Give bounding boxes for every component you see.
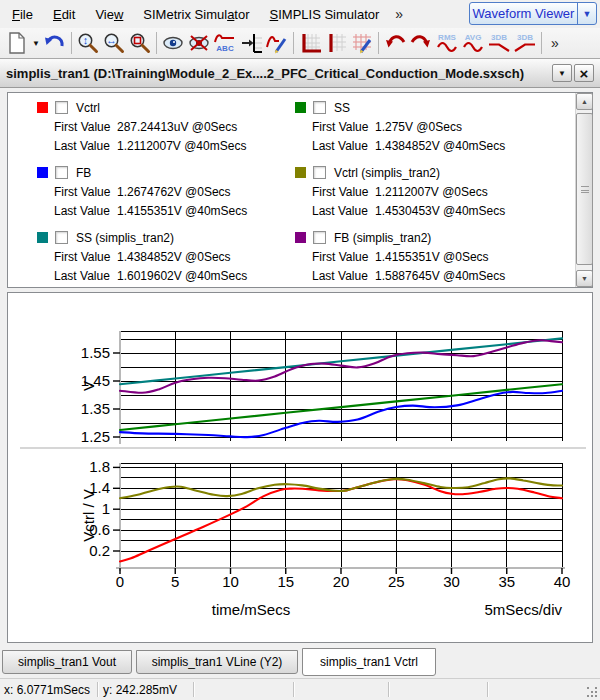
3db-highpass-button[interactable]: 3DB	[512, 30, 538, 56]
grid	[120, 463, 562, 568]
svg-text:3DB: 3DB	[517, 33, 533, 42]
smooth-curve-left-button[interactable]	[382, 30, 408, 56]
toolbar-separator	[378, 32, 379, 54]
resize-grip[interactable]	[587, 687, 598, 698]
curve-name: Vctrl	[76, 101, 100, 115]
curve-checkbox[interactable]	[313, 231, 326, 244]
avg-button[interactable]: AVG	[460, 30, 486, 56]
x-axis-title: time/mSecs	[212, 601, 290, 618]
curve-arrow-left-icon	[383, 31, 407, 55]
mode-selector-label: Waveform Viewer	[470, 6, 577, 21]
last-value: 1.5887645V @40mSecs	[375, 269, 505, 283]
curve-checkbox[interactable]	[55, 101, 68, 114]
smooth-curve-right-button[interactable]	[408, 30, 434, 56]
svg-text:↕: ↕	[83, 34, 89, 46]
menu-item-simetrix-simulator[interactable]: SIMetrix Simulator	[133, 2, 259, 27]
avg-icon: AVG	[460, 31, 486, 55]
menu-item-file[interactable]: File	[2, 2, 43, 27]
svg-text:RMS: RMS	[438, 33, 456, 42]
y-axis-title: Vctrl / V	[80, 489, 97, 542]
scroll-up-button[interactable]: ▲	[576, 93, 593, 110]
curve-color-swatch	[37, 102, 48, 113]
show-curve-button[interactable]	[160, 30, 186, 56]
menu-overflow-chevron[interactable]: »	[389, 4, 409, 24]
mode-selector-combobox[interactable]: Waveform Viewer ▼	[469, 2, 597, 25]
graph-tab-1[interactable]: simplis_tran1 Vout	[2, 650, 132, 674]
curve-checkbox[interactable]	[55, 166, 68, 179]
eye-off-icon	[187, 31, 211, 55]
last-value-label: Last Value	[54, 204, 117, 218]
menu-item-simplis-simulator[interactable]: SIMPLIS Simulator	[260, 2, 390, 27]
menu-item-view[interactable]: View	[85, 2, 133, 27]
scrollbar-thumb[interactable]	[576, 113, 593, 265]
legend-entry: SSFirst Value1.275V @0SecsLast Value1.43…	[295, 100, 545, 153]
x-tick-label: 20	[333, 573, 350, 590]
scrollbar-grip	[581, 186, 589, 193]
graph-tab-3[interactable]: simplis_tran1 Vctrl	[302, 648, 436, 676]
x-tick-label: 35	[498, 573, 515, 590]
svg-text:AVG: AVG	[465, 33, 482, 42]
chevron-down-icon[interactable]: ▼	[577, 3, 596, 24]
zoom-y-button[interactable]: ↕	[75, 30, 101, 56]
close-window-button[interactable]: ×	[574, 64, 594, 82]
zoom-y-icon: ↕	[76, 31, 100, 55]
y-tick-label: 1	[102, 500, 110, 517]
legend-entry: FBFirst Value1.2674762V @0SecsLast Value…	[37, 165, 287, 218]
x-div-label: 5mSecs/div	[484, 601, 562, 618]
edit-curve-button[interactable]	[264, 30, 290, 56]
statusbar-separator	[293, 682, 294, 697]
waveform-plot[interactable]: 1.251.351.451.55V0.20.611.41.8Vctrl / V0…	[8, 293, 592, 642]
first-value-label: First Value	[312, 120, 375, 134]
rms-button[interactable]: RMS	[434, 30, 460, 56]
first-value-label: First Value	[54, 185, 117, 199]
add-axis-button[interactable]	[297, 30, 323, 56]
toolbar-separator	[293, 32, 294, 54]
first-value: 1.4384852V @0Secs	[117, 250, 231, 264]
y-tick-label: 1.25	[81, 428, 110, 445]
graph-window-titlebar[interactable]: simplis_tran1 (D:\Training\Module_2_Ex..…	[0, 58, 600, 88]
last-value: 1.4384852V @40mSecs	[375, 139, 505, 153]
curve-legend-panel: VctrlFirst Value287.24413uV @0SecsLast V…	[7, 92, 593, 288]
graph-tab-2[interactable]: simplis_tran1 VLine (Y2)	[136, 650, 298, 674]
legend-entry: Vctrl (simplis_tran2)First Value1.211200…	[295, 165, 545, 218]
first-value: 1.275V @0Secs	[375, 120, 462, 134]
zoom-box-button[interactable]	[127, 30, 153, 56]
annotate-curve-button[interactable]: ABC	[212, 30, 238, 56]
toolbar: ▼ ↕ ↔	[0, 28, 600, 58]
menu-item-edit[interactable]: Edit	[43, 2, 85, 27]
statusbar-separator	[388, 682, 389, 697]
zoom-x-icon: ↔	[102, 31, 126, 55]
curve-color-swatch	[295, 102, 306, 113]
edit-grid-button[interactable]	[349, 30, 375, 56]
legend-scrollbar[interactable]: ▲ ▼	[575, 93, 592, 287]
new-document-dropdown[interactable]: ▼	[30, 30, 42, 56]
first-value-label: First Value	[54, 250, 117, 264]
last-value-label: Last Value	[54, 269, 117, 283]
toolbar-overflow-chevron[interactable]: »	[551, 35, 559, 51]
menu-bar: FileEditViewSIMetrix SimulatorSIMPLIS Si…	[0, 0, 600, 28]
curve-arrow-right-icon	[409, 31, 433, 55]
zoom-x-button[interactable]: ↔	[101, 30, 127, 56]
hide-curve-button[interactable]	[186, 30, 212, 56]
move-to-axis-button[interactable]	[238, 30, 264, 56]
x-tick-label: 0	[116, 573, 124, 590]
add-y-axis-button[interactable]	[323, 30, 349, 56]
last-value-label: Last Value	[312, 139, 375, 153]
curve-name: SS	[334, 101, 350, 115]
svg-text:↔: ↔	[106, 34, 117, 46]
undo-button[interactable]	[42, 30, 68, 56]
statusbar-separator	[487, 682, 488, 697]
first-value: 1.4155351V @0Secs	[375, 250, 489, 264]
x-tick-label: 25	[388, 573, 405, 590]
y-tick-label: 1.8	[89, 458, 110, 475]
y-tick-label: 1.35	[81, 400, 110, 417]
curve-checkbox[interactable]	[313, 166, 326, 179]
collapse-window-button[interactable]: ▼	[552, 64, 572, 82]
3db-lowpass-button[interactable]: 3DB	[486, 30, 512, 56]
y-tick-label: 0.2	[89, 542, 110, 559]
legend-entry: SS (simplis_tran2)First Value1.4384852V …	[37, 230, 287, 283]
scroll-down-button[interactable]: ▼	[576, 270, 593, 287]
new-document-button[interactable]	[4, 30, 30, 56]
curve-checkbox[interactable]	[55, 231, 68, 244]
curve-checkbox[interactable]	[313, 101, 326, 114]
